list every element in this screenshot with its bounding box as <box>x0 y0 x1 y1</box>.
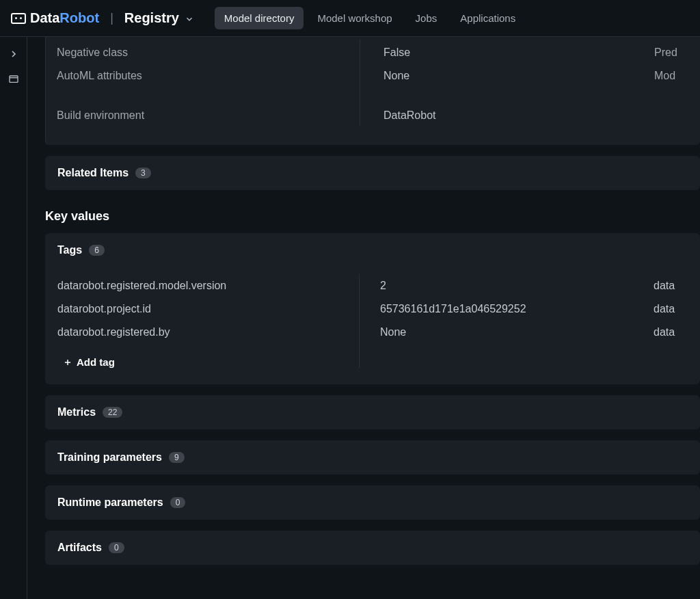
tag-value: 65736161d171e1a046529252 <box>380 297 654 321</box>
prop-label-build-environment: Build environment <box>57 86 343 126</box>
runtime-parameters-count: 0 <box>170 497 186 508</box>
related-items-section: Related Items 3 <box>45 156 700 190</box>
prop-label-negative-class: Negative class <box>57 40 343 63</box>
divider: | <box>110 11 113 25</box>
package-icon <box>8 73 19 84</box>
brand-robot: Robot <box>59 10 99 25</box>
tags-count: 6 <box>89 245 105 256</box>
chevron-right-icon <box>8 49 19 59</box>
related-items-header[interactable]: Related Items 3 <box>45 156 700 190</box>
prop-label-pred: Pred <box>654 40 684 63</box>
tags-section: Tags 6 datarobot.registered.model.versio… <box>45 233 700 384</box>
tags-header[interactable]: Tags 6 <box>45 233 700 267</box>
prop-value-negative-class: False <box>383 40 638 63</box>
tag-key: datarobot.registered.model.version <box>57 274 359 297</box>
chevron-down-icon <box>185 14 194 24</box>
nav-tab-applications[interactable]: Applications <box>450 7 525 29</box>
tag-key: datarobot.registered.by <box>57 321 359 344</box>
metrics-count: 22 <box>103 407 122 418</box>
tag-key-right: data <box>654 321 700 344</box>
add-tag-button[interactable]: Add tag <box>57 344 359 368</box>
related-items-title: Related Items <box>57 167 129 179</box>
training-parameters-title: Training parameters <box>57 451 162 464</box>
model-properties-card: Negative class AutoML attributes Build e… <box>45 37 700 145</box>
runtime-parameters-header[interactable]: Runtime parameters 0 <box>45 485 700 520</box>
context-switcher[interactable]: Registry <box>124 10 194 26</box>
expand-rail-button[interactable] <box>5 45 23 63</box>
main-content: Negative class AutoML attributes Build e… <box>27 37 700 599</box>
runtime-parameters-title: Runtime parameters <box>57 496 163 509</box>
context-name: Registry <box>124 10 179 26</box>
robot-icon <box>11 13 26 24</box>
tag-key-right: data <box>654 274 700 297</box>
related-items-count: 3 <box>135 168 151 178</box>
metrics-section: Metrics 22 <box>45 395 700 429</box>
rail-item-registry[interactable] <box>5 70 23 88</box>
artifacts-title: Artifacts <box>57 542 102 554</box>
prop-label-automl-attributes: AutoML attributes <box>57 63 343 86</box>
left-rail <box>0 37 27 599</box>
tag-value: None <box>380 321 654 344</box>
brand-logo[interactable]: DataRobot <box>11 10 99 26</box>
metrics-header[interactable]: Metrics 22 <box>45 395 700 429</box>
key-values-heading: Key values <box>45 209 700 224</box>
nav-tab-model-directory[interactable]: Model directory <box>215 7 304 29</box>
artifacts-section: Artifacts 0 <box>45 531 700 565</box>
tags-title: Tags <box>57 244 82 256</box>
runtime-parameters-section: Runtime parameters 0 <box>45 485 700 520</box>
nav-tab-model-workshop[interactable]: Model workshop <box>308 7 401 29</box>
artifacts-count: 0 <box>109 542 124 553</box>
tag-key: datarobot.project.id <box>57 297 359 321</box>
plus-icon <box>63 358 72 367</box>
training-parameters-section: Training parameters 9 <box>45 440 700 475</box>
nav-tab-jobs[interactable]: Jobs <box>406 7 447 29</box>
metrics-title: Metrics <box>57 406 96 418</box>
training-parameters-count: 9 <box>169 452 185 463</box>
svg-rect-0 <box>10 76 18 82</box>
prop-value-automl-attributes: None <box>383 63 638 86</box>
topbar: DataRobot | Registry Model directory Mod… <box>0 0 700 37</box>
tag-value: 2 <box>380 274 654 297</box>
artifacts-header[interactable]: Artifacts 0 <box>45 531 700 565</box>
brand-data: Data <box>30 10 59 25</box>
nav-tabs: Model directory Model workshop Jobs Appl… <box>215 7 525 29</box>
prop-label-mod: Mod <box>654 63 684 86</box>
tag-key-right: data <box>654 297 700 321</box>
add-tag-label: Add tag <box>77 356 115 368</box>
training-parameters-header[interactable]: Training parameters 9 <box>45 440 700 475</box>
prop-value-build-environment: DataRobot <box>383 86 638 126</box>
